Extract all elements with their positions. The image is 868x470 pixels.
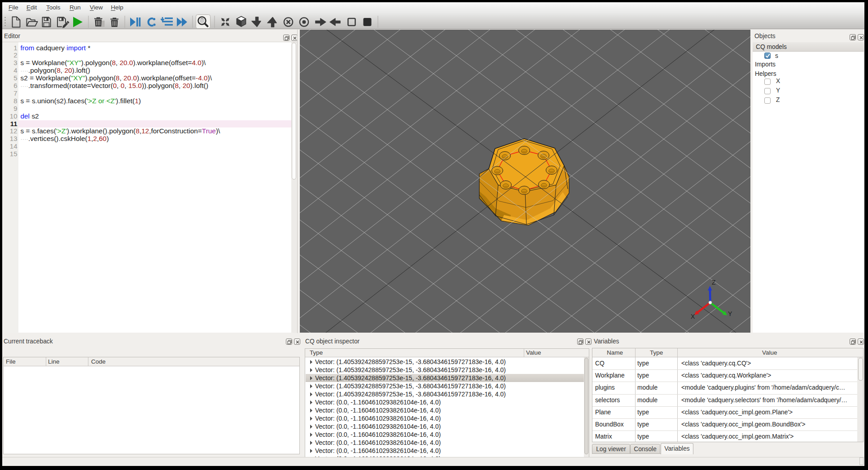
svg-text:Y: Y	[728, 310, 732, 317]
svg-text:X: X	[691, 313, 695, 320]
svg-text:Z: Z	[712, 279, 716, 286]
